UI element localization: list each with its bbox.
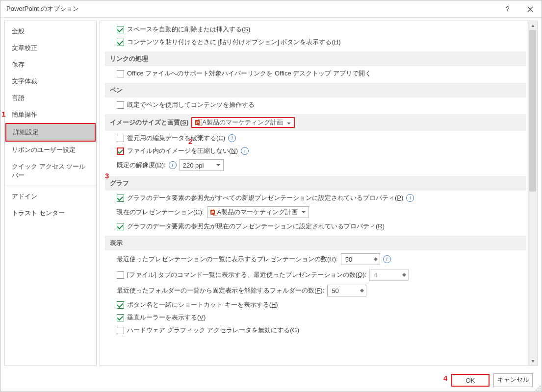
ok-button[interactable]: OK (451, 374, 490, 387)
section-link: リンクの処理 (105, 51, 526, 66)
label-show-shortcut: ボタン名と一緒にショートカット キーを表示する(H) (127, 300, 278, 309)
label-discard-edit: 復元用の編集データを破棄する(C) (127, 134, 225, 143)
titlebar: PowerPoint のオプション ? (0, 0, 542, 18)
sidebar-item-typography[interactable]: 文字体裁 (5, 73, 96, 90)
label-paste-options: コンテンツを貼り付けるときに [貼り付けオプション] ボタンを表示する(H) (127, 38, 341, 47)
resize-grip-icon[interactable] (535, 385, 541, 391)
row-graph-new: グラフのデータ要素の参照先がすべての新規プレゼンテーションに設定されているプロパ… (112, 192, 526, 204)
options-dialog: PowerPoint のオプション ? 全般 文章校正 保存 文字体裁 言語 簡… (0, 0, 542, 392)
row-show-shortcut: ボタン名と一緒にショートカット キーを表示する(H) (112, 298, 526, 311)
info-icon[interactable]: i (241, 147, 249, 155)
sidebar-item-trust[interactable]: トラスト センター (5, 205, 96, 221)
section-image: イメージのサイズと画質(S) P A製品のマーケティング計画 (105, 114, 526, 131)
vertical-scrollbar[interactable]: ▴ ▾ (528, 21, 537, 366)
spinner-qat-count: 4 (369, 269, 409, 281)
options-content: スペースを自動的に削除または挿入する(S) コンテンツを貼り付けるときに [貼り… (100, 21, 528, 366)
powerpoint-icon: P (195, 119, 202, 126)
dropdown-current-pres-value: A製品のマーケティング計画 (217, 208, 298, 217)
row-current-pres: 現在のプレゼンテーション(C): P A製品のマーケティング計画 (112, 204, 526, 220)
content-wrap: スペースを自動的に削除または挿入する(S) コンテンツを貼り付けるときに [貼り… (100, 21, 538, 366)
help-button[interactable]: ? (496, 0, 519, 17)
scroll-up-icon[interactable]: ▴ (528, 21, 537, 30)
powerpoint-icon: P (210, 209, 217, 216)
dropdown-image-target[interactable]: P A製品のマーケティング計画 (191, 117, 295, 128)
row-office-hyperlink: Office ファイルへのサポート対象ハイパーリンクを Office デスクトッ… (112, 67, 526, 80)
sidebar-item-accessibility[interactable]: 簡単操作 (5, 106, 96, 123)
checkbox-auto-space[interactable] (117, 26, 124, 33)
checkbox-paste-options[interactable] (117, 39, 124, 46)
dropdown-current-pres[interactable]: P A製品のマーケティング計画 (207, 206, 310, 218)
label-disable-hw: ハードウェア グラフィック アクセラレータを無効にする(G) (127, 326, 299, 335)
row-disable-hw: ハードウェア グラフィック アクセラレータを無効にする(G) (112, 324, 526, 337)
label-recent-count: 最近使ったプレゼンテーションの一覧に表示するプレゼンテーションの数(R): (117, 255, 338, 264)
row-recent-count: 最近使ったプレゼンテーションの一覧に表示するプレゼンテーションの数(R): 50… (112, 251, 526, 267)
svg-text:P: P (211, 210, 214, 215)
row-auto-space: スペースを自動的に削除または挿入する(S) (112, 23, 526, 36)
section-graph: グラフ (105, 176, 526, 191)
sidebar-item-general[interactable]: 全般 (5, 23, 96, 40)
sidebar-item-language[interactable]: 言語 (5, 90, 96, 106)
row-qat-count: [ファイル] タブのコマンド一覧に表示する、最近使ったプレゼンテーションの数(Q… (112, 267, 526, 283)
checkbox-graph-new[interactable] (117, 195, 124, 202)
sidebar-item-addins[interactable]: アドイン (5, 188, 96, 205)
section-image-label: イメージのサイズと画質(S) (110, 118, 188, 127)
row-pen-default: 既定でペンを使用してコンテンツを操作する (112, 98, 526, 111)
label-auto-space: スペースを自動的に削除または挿入する(S) (127, 25, 250, 34)
window-title: PowerPoint のオプション (6, 5, 79, 12)
scroll-thumb[interactable] (529, 30, 536, 192)
row-discard-edit: 復元用の編集データを破棄する(C) i (112, 132, 526, 145)
row-paste-options: コンテンツを貼り付けるときに [貼り付けオプション] ボタンを表示する(H) (112, 36, 526, 49)
info-icon[interactable]: i (228, 134, 236, 142)
section-pen: ペン (105, 83, 526, 98)
scroll-down-icon[interactable]: ▾ (528, 357, 537, 366)
checkbox-discard-edit[interactable] (117, 135, 124, 142)
checkbox-disable-hw[interactable] (117, 327, 124, 334)
row-default-res: 既定の解像度(D): i 220 ppi (112, 157, 526, 173)
dialog-body: 全般 文章校正 保存 文字体裁 言語 簡単操作 詳細設定 リボンのユーザー設定 … (0, 18, 542, 369)
checkbox-show-shortcut[interactable] (117, 301, 124, 309)
cancel-button[interactable]: キャンセル (493, 373, 533, 387)
category-sidebar: 全般 文章校正 保存 文字体裁 言語 簡単操作 詳細設定 リボンのユーザー設定 … (4, 21, 97, 366)
dropdown-image-target-value: A製品のマーケティング計画 (202, 118, 283, 127)
info-icon[interactable]: i (406, 194, 414, 202)
info-icon[interactable]: i (169, 161, 177, 169)
svg-text:P: P (196, 121, 199, 125)
spinner-recent-count[interactable]: 50 (341, 253, 380, 265)
label-office-hyperlink: Office ファイルへのサポート対象ハイパーリンクを Office デスクトッ… (127, 69, 371, 78)
label-show-ruler: 垂直ルーラーを表示する(V) (127, 313, 206, 322)
row-show-ruler: 垂直ルーラーを表示する(V) (112, 311, 526, 324)
row-no-compress: ファイル内のイメージを圧縮しない(N) i (112, 145, 526, 157)
label-default-res: 既定の解像度(D): (117, 161, 166, 170)
checkbox-graph-cur[interactable] (117, 223, 124, 230)
sidebar-item-qat[interactable]: クイック アクセス ツール バー (5, 158, 96, 184)
label-current-pres: 現在のプレゼンテーション(C): (117, 208, 204, 217)
info-icon[interactable]: i (383, 255, 391, 263)
label-qat-count: [ファイル] タブのコマンド一覧に表示する、最近使ったプレゼンテーションの数(Q… (127, 270, 366, 279)
checkbox-show-ruler[interactable] (117, 314, 124, 321)
label-no-compress: ファイル内のイメージを圧縮しない(N) (127, 147, 238, 155)
checkbox-office-hyperlink[interactable] (117, 70, 124, 77)
label-pen-default: 既定でペンを使用してコンテンツを操作する (127, 100, 255, 109)
section-display: 表示 (105, 236, 526, 250)
label-graph-cur: グラフのデータ要素の参照先が現在のプレゼンテーションに設定されているプロパティ(… (127, 222, 385, 231)
close-button[interactable] (519, 0, 542, 17)
checkbox-no-compress[interactable] (117, 147, 124, 155)
sidebar-item-save[interactable]: 保存 (5, 56, 96, 73)
dialog-footer: OK キャンセル (0, 369, 542, 392)
spinner-unpin-count[interactable]: 50 (327, 285, 366, 296)
checkbox-pen-default[interactable] (117, 101, 124, 109)
label-graph-new: グラフのデータ要素の参照先がすべての新規プレゼンテーションに設定されているプロパ… (127, 194, 403, 202)
sidebar-item-ribbon[interactable]: リボンのユーザー設定 (5, 142, 96, 158)
row-unpin-count: 最近使ったフォルダーの一覧から固定表示を解除するフォルダーの数(F): 50 (112, 283, 526, 298)
dropdown-default-res[interactable]: 220 ppi (180, 159, 224, 171)
sidebar-item-proofing[interactable]: 文章校正 (5, 40, 96, 56)
sidebar-item-advanced[interactable]: 詳細設定 (5, 123, 96, 142)
checkbox-qat-count[interactable] (117, 271, 124, 279)
label-unpin-count: 最近使ったフォルダーの一覧から固定表示を解除するフォルダーの数(F): (117, 286, 324, 295)
row-graph-cur: グラフのデータ要素の参照先が現在のプレゼンテーションに設定されているプロパティ(… (112, 220, 526, 233)
